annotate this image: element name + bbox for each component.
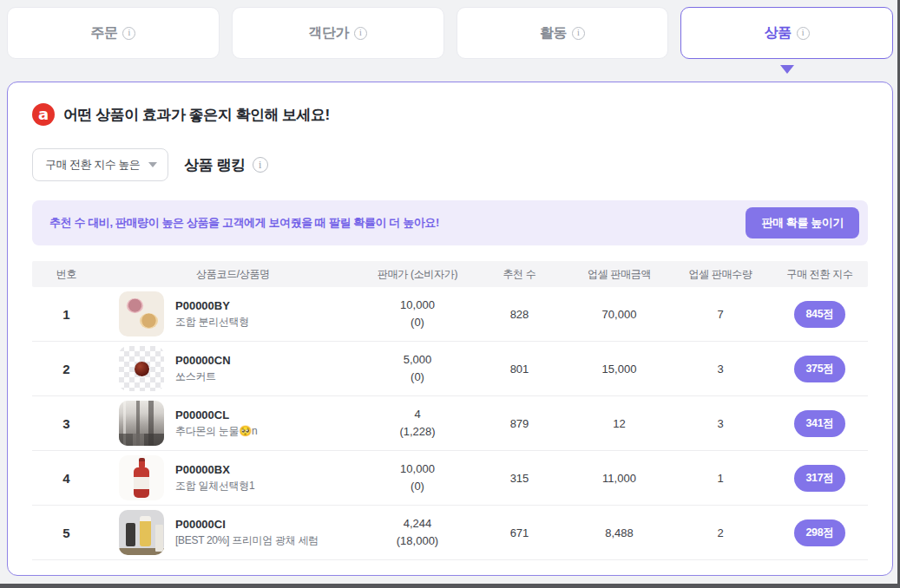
score-cell: 298점 bbox=[772, 519, 868, 546]
sort-dropdown-value: 구매 전환 지수 높은 bbox=[45, 157, 140, 173]
consumer-price: (0) bbox=[365, 478, 470, 495]
product-cell: P00000CN쏘스커트 bbox=[101, 346, 365, 391]
tab-product[interactable]: 상품 bbox=[680, 7, 893, 59]
column-header: 업셀 판매수량 bbox=[669, 267, 772, 282]
score-badge: 317점 bbox=[794, 465, 844, 492]
sale-price: 10,000 bbox=[365, 461, 470, 478]
rank-number: 5 bbox=[32, 526, 101, 540]
info-icon[interactable] bbox=[354, 27, 367, 40]
rank-number: 2 bbox=[32, 362, 101, 376]
upsell-amount: 15,000 bbox=[569, 363, 669, 376]
score-cell: 375점 bbox=[772, 356, 868, 382]
upsell-amount: 11,000 bbox=[569, 472, 669, 485]
tab-arrow-row bbox=[0, 59, 900, 82]
product-name: 추다몬의 눈물🥺n bbox=[175, 424, 257, 439]
product-cell: P00000CI[BEST 20%] 프리미엄 광채 세럼 bbox=[101, 510, 365, 555]
brand-logo-icon: a bbox=[32, 103, 55, 126]
score-badge: 341점 bbox=[794, 410, 844, 437]
table-row: 4P00000BX조합 일체선택형110,000(0)31511,0001317… bbox=[32, 451, 868, 506]
product-cell: P00000BX조합 일체선택형1 bbox=[101, 455, 365, 500]
score-cell: 317점 bbox=[772, 465, 868, 492]
tab-activity[interactable]: 활동 bbox=[457, 7, 669, 59]
screenshot-edge-bottom bbox=[0, 584, 900, 588]
product-performance-panel: a 어떤 상품이 효과가 좋은지 확인해 보세요! 구매 전환 지수 높은 상품… bbox=[7, 82, 893, 576]
recommend-count: 879 bbox=[470, 417, 569, 430]
product-name: 조합 일체선택형1 bbox=[175, 479, 254, 493]
product-text: P00000BY조합 분리선택형 bbox=[175, 299, 249, 330]
tab-bar: 주문객단가활동상품 bbox=[0, 0, 900, 59]
price-cell: 10,000(0) bbox=[365, 461, 470, 495]
rank-number: 1 bbox=[32, 307, 101, 322]
tab-label: 객단가 bbox=[308, 24, 349, 42]
column-header: 판매가 (소비자가) bbox=[365, 267, 470, 282]
rank-number: 4 bbox=[32, 471, 101, 486]
tip-banner-text: 추천 수 대비, 판매량이 높은 상품을 고객에게 보여줬을 때 팔릴 확률이 … bbox=[49, 215, 439, 231]
tab-average-order-value[interactable]: 객단가 bbox=[232, 7, 444, 59]
sale-price: 10,000 bbox=[365, 297, 470, 314]
consumer-price: (0) bbox=[365, 369, 470, 386]
product-cell: P00000CL추다몬의 눈물🥺n bbox=[101, 401, 365, 446]
score-badge: 298점 bbox=[794, 519, 844, 546]
increase-sales-button[interactable]: 판매 확률 높이기 bbox=[746, 207, 859, 238]
product-text: P00000CL추다몬의 눈물🥺n bbox=[175, 408, 257, 439]
upsell-amount: 12 bbox=[569, 417, 669, 430]
table-header-row: 번호상품코드/상품명판매가 (소비자가)추천 수업셀 판매금액업셀 판매수량구매… bbox=[32, 261, 868, 287]
info-icon[interactable] bbox=[253, 157, 268, 173]
product-thumbnail bbox=[119, 455, 164, 500]
upsell-qty: 7 bbox=[669, 308, 772, 321]
table-row: 2P00000CN쏘스커트5,000(0)80115,0003375점 bbox=[32, 342, 868, 396]
section-title-wrap: 상품 랭킹 bbox=[184, 155, 267, 175]
product-code: P00000BY bbox=[175, 299, 249, 312]
tip-banner: 추천 수 대비, 판매량이 높은 상품을 고객에게 보여줬을 때 팔릴 확률이 … bbox=[32, 200, 868, 245]
column-header: 번호 bbox=[32, 267, 101, 282]
product-code: P00000CI bbox=[175, 518, 319, 531]
column-header: 상품코드/상품명 bbox=[101, 267, 365, 282]
product-code: P00000CL bbox=[175, 408, 257, 421]
product-ranking-table: 번호상품코드/상품명판매가 (소비자가)추천 수업셀 판매금액업셀 판매수량구매… bbox=[32, 261, 868, 560]
sort-dropdown[interactable]: 구매 전환 지수 높은 bbox=[32, 148, 168, 181]
product-code: P00000CN bbox=[175, 354, 231, 367]
column-header: 구매 전환 지수 bbox=[772, 267, 868, 282]
tab-label: 주문 bbox=[90, 24, 117, 42]
score-cell: 845점 bbox=[772, 301, 868, 328]
table-row: 3P00000CL추다몬의 눈물🥺n4(1,228)879123341점 bbox=[32, 396, 868, 451]
table-body: 1P00000BY조합 분리선택형10,000(0)82870,0007845점… bbox=[32, 287, 868, 560]
info-icon[interactable] bbox=[797, 27, 810, 40]
table-row: 1P00000BY조합 분리선택형10,000(0)82870,0007845점 bbox=[32, 287, 868, 342]
upsell-qty: 3 bbox=[669, 363, 772, 376]
rank-number: 3 bbox=[32, 416, 101, 431]
product-text: P00000BX조합 일체선택형1 bbox=[175, 463, 254, 493]
score-badge: 845점 bbox=[794, 301, 844, 328]
column-header: 추천 수 bbox=[470, 267, 569, 282]
upsell-amount: 8,488 bbox=[569, 526, 669, 539]
sale-price: 5,000 bbox=[365, 351, 470, 369]
info-icon[interactable] bbox=[572, 27, 585, 40]
controls-row: 구매 전환 지수 높은 상품 랭킹 bbox=[32, 148, 868, 181]
tab-order[interactable]: 주문 bbox=[7, 7, 220, 59]
recommend-count: 828 bbox=[470, 308, 569, 321]
upsell-amount: 70,000 bbox=[569, 308, 669, 321]
product-cell: P00000BY조합 분리선택형 bbox=[101, 291, 365, 336]
product-thumbnail bbox=[119, 510, 164, 555]
product-name: [BEST 20%] 프리미엄 광채 세럼 bbox=[175, 533, 319, 548]
active-tab-pointer-icon bbox=[780, 65, 794, 74]
product-name: 쏘스커트 bbox=[175, 369, 231, 384]
price-cell: 4,244(18,000) bbox=[365, 515, 470, 550]
product-code: P00000BX bbox=[175, 463, 254, 476]
chevron-down-icon bbox=[148, 162, 157, 167]
score-cell: 341점 bbox=[772, 410, 868, 437]
consumer-price: (18,000) bbox=[365, 532, 470, 550]
upsell-qty: 1 bbox=[669, 472, 772, 485]
sale-price: 4,244 bbox=[365, 515, 470, 532]
score-badge: 375점 bbox=[794, 356, 844, 382]
upsell-qty: 3 bbox=[669, 417, 772, 430]
product-text: P00000CN쏘스커트 bbox=[175, 354, 231, 384]
info-icon[interactable] bbox=[122, 27, 135, 40]
tab-label: 활동 bbox=[540, 24, 567, 42]
column-header: 업셀 판매금액 bbox=[569, 267, 669, 282]
product-text: P00000CI[BEST 20%] 프리미엄 광채 세럼 bbox=[175, 518, 319, 548]
product-thumbnail bbox=[119, 346, 164, 391]
product-thumbnail bbox=[119, 291, 164, 336]
product-thumbnail bbox=[119, 401, 164, 446]
panel-header: a 어떤 상품이 효과가 좋은지 확인해 보세요! bbox=[32, 103, 868, 126]
